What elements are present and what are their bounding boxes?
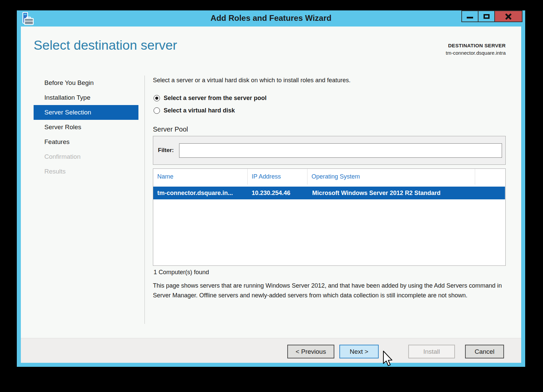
sidebar-item-label: Server Selection <box>44 109 91 116</box>
install-button[interactable]: Install <box>408 345 455 358</box>
radio-label: Select a server from the server pool <box>164 95 266 102</box>
sidebar-item-label: Before You Begin <box>44 79 94 87</box>
window-controls <box>462 10 523 22</box>
minimize-icon <box>467 17 473 18</box>
filter-panel: Filter: <box>153 136 506 165</box>
wizard-window: Add Roles and Features Wizard Select des… <box>17 10 525 367</box>
radio-selected-icon <box>154 95 160 101</box>
cell-server-name: tm-connector.dsquare.in... <box>153 187 248 199</box>
page-description: This page shows servers that are running… <box>153 281 506 300</box>
sidebar-item-features[interactable]: Features <box>34 135 138 149</box>
page-title: Select destination server <box>34 38 177 53</box>
minimize-button[interactable] <box>461 10 478 22</box>
filter-input[interactable] <box>179 143 502 158</box>
maximize-icon <box>484 14 490 19</box>
radio-select-virtual-hard-disk[interactable]: Select a virtual hard disk <box>154 107 235 114</box>
next-button[interactable]: Next > <box>339 345 379 358</box>
destination-server-name: tm-connector.dsquare.intra <box>446 50 506 56</box>
maximize-button[interactable] <box>478 10 495 22</box>
sidebar-item-label: Installation Type <box>44 94 90 101</box>
sidebar-item-server-selection[interactable]: Server Selection <box>34 105 138 120</box>
radio-unselected-icon <box>154 107 160 114</box>
cell-operating-system: Microsoft Windows Server 2012 R2 Standar… <box>307 187 505 199</box>
column-header-ip-address[interactable]: IP Address <box>248 169 307 185</box>
table-header-row: Name IP Address Operating System <box>153 169 505 185</box>
sidebar-item-confirmation: Confirmation <box>34 149 138 164</box>
destination-label: DESTINATION SERVER <box>446 43 506 48</box>
window-title: Add Roles and Features Wizard <box>17 10 525 27</box>
sidebar-divider <box>144 76 145 324</box>
sidebar-item-label: Features <box>44 138 70 146</box>
cancel-button[interactable]: Cancel <box>465 345 504 358</box>
close-icon <box>504 13 512 20</box>
sidebar-item-results: Results <box>34 164 138 179</box>
filter-label: Filter: <box>158 136 174 164</box>
intro-text: Select a server or a virtual hard disk o… <box>153 77 350 84</box>
server-pool-table: Name IP Address Operating System tm-conn… <box>153 168 506 266</box>
column-header-name[interactable]: Name <box>153 169 248 185</box>
cell-ip-address: 10.230.254.46 <box>248 187 307 199</box>
computers-found-text: 1 Computer(s) found <box>154 269 209 276</box>
sidebar-item-server-roles[interactable]: Server Roles <box>34 120 138 135</box>
destination-info: DESTINATION SERVER tm-connector.dsquare.… <box>446 43 506 56</box>
column-header-spacer <box>475 169 505 185</box>
sidebar-item-label: Results <box>44 168 66 175</box>
radio-label: Select a virtual hard disk <box>164 107 235 114</box>
sidebar-item-installation-type[interactable]: Installation Type <box>34 90 138 105</box>
sidebar-item-label: Server Roles <box>44 124 81 131</box>
server-pool-title: Server Pool <box>153 126 188 133</box>
previous-button[interactable]: < Previous <box>287 345 334 358</box>
sidebar-item-before-you-begin[interactable]: Before You Begin <box>34 76 138 90</box>
sidebar-item-label: Confirmation <box>44 153 81 160</box>
table-row-selected[interactable]: tm-connector.dsquare.in... 10.230.254.46… <box>153 187 505 199</box>
column-header-operating-system[interactable]: Operating System <box>307 169 475 185</box>
radio-select-server-pool[interactable]: Select a server from the server pool <box>154 95 266 102</box>
wizard-body: Select destination server DESTINATION SE… <box>21 27 521 363</box>
close-button[interactable] <box>494 10 523 22</box>
titlebar[interactable]: Add Roles and Features Wizard <box>17 10 525 27</box>
wizard-steps-sidebar: Before You Begin Installation Type Serve… <box>21 76 144 179</box>
wizard-footer: < Previous Next > Install Cancel <box>21 338 521 363</box>
